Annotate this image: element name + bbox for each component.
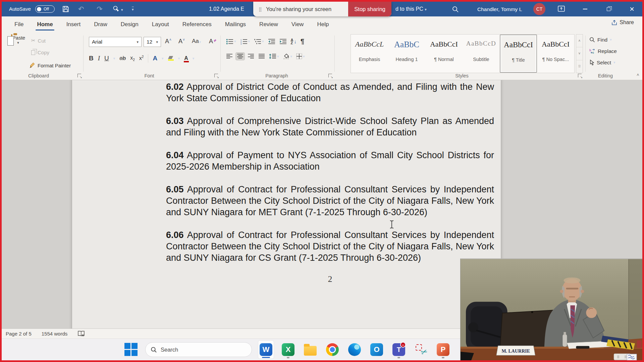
sort-button[interactable]: AZ↓ <box>290 38 298 46</box>
tab-layout[interactable]: Layout <box>145 16 176 32</box>
chevron-down-icon[interactable]: ▾ <box>121 8 123 12</box>
taskbar-search[interactable]: Search <box>145 342 252 357</box>
gallery-up-icon[interactable]: ˄ <box>576 35 583 47</box>
taskbar-snipping-tool[interactable]: ✂ <box>413 340 429 359</box>
borders-button[interactable]: ▾ <box>295 52 306 60</box>
tab-references[interactable]: References <box>176 16 218 32</box>
cut-button[interactable]: ✂ Cut <box>31 38 46 44</box>
font-name-combo[interactable]: Arial ▾ <box>89 37 142 47</box>
taskbar-chrome[interactable] <box>324 340 340 359</box>
tab-file[interactable]: File <box>8 16 30 32</box>
italic-button[interactable]: I <box>98 55 100 62</box>
align-left-button[interactable] <box>225 53 234 60</box>
touch-mouse-mode-icon[interactable] <box>112 5 119 12</box>
tab-help[interactable]: Help <box>310 16 335 32</box>
show-formatting-button[interactable]: ¶ <box>300 37 305 46</box>
shrink-font-button[interactable]: A˅ <box>178 38 185 45</box>
bold-button[interactable]: B <box>89 55 94 62</box>
font-dialog-launcher-icon[interactable] <box>214 74 218 77</box>
chevron-down-icon[interactable]: ▾ <box>113 56 115 61</box>
styles-dialog-launcher-icon[interactable] <box>578 74 582 77</box>
style-title-selected[interactable]: AaBbCcI ¶ Title <box>500 35 537 73</box>
taskbar-file-explorer[interactable] <box>302 340 318 359</box>
customize-toolbar-icon[interactable]: ▾ <box>132 7 134 12</box>
stop-sharing-button[interactable]: Stop sharing <box>348 2 391 16</box>
tab-design[interactable]: Design <box>114 16 145 32</box>
chevron-down-icon[interactable]: ▾ <box>178 56 180 61</box>
clipboard-dialog-launcher-icon[interactable] <box>77 74 81 77</box>
decrease-indent-button[interactable] <box>267 38 276 46</box>
paragraph-dialog-launcher-icon[interactable] <box>328 74 332 77</box>
tab-view[interactable]: View <box>285 16 311 32</box>
redo-icon[interactable]: ↷ <box>97 5 103 13</box>
start-button[interactable] <box>123 340 139 359</box>
bullets-button[interactable]: ▾ <box>225 38 237 46</box>
multilevel-list-button[interactable]: ▾ <box>253 38 265 46</box>
style-normal[interactable]: AaBbCcI ¶ Normal <box>425 35 463 73</box>
autosave-toggle[interactable]: Off <box>35 5 55 13</box>
taskbar-teams[interactable]: T– <box>391 340 407 359</box>
taskbar-word[interactable]: W <box>258 340 274 359</box>
styles-group-label: Styles <box>455 73 469 78</box>
font-color-button[interactable]: A <box>184 56 188 61</box>
save-icon[interactable] <box>62 5 69 13</box>
taskbar-powerpoint[interactable]: P <box>435 340 451 359</box>
select-button[interactable]: Select ▾ <box>589 58 617 67</box>
copy-button[interactable]: Copy <box>31 50 49 55</box>
change-case-button[interactable]: Aa▾ <box>192 38 201 45</box>
style-heading1[interactable]: AaBbC Heading 1 <box>388 35 425 73</box>
taskbar-excel[interactable]: X <box>280 340 296 359</box>
taskbar-outlook[interactable]: O <box>369 340 385 359</box>
share-button[interactable]: Share <box>611 19 634 25</box>
paste-button[interactable]: Paste ▾ <box>8 35 28 45</box>
tab-mailings[interactable]: Mailings <box>218 16 253 32</box>
chevron-down-icon[interactable]: ▾ <box>193 56 195 61</box>
align-center-button[interactable] <box>236 53 245 60</box>
ribbon-display-options-icon[interactable] <box>558 6 565 12</box>
tab-draw[interactable]: Draw <box>87 16 114 32</box>
undo-icon[interactable]: ↶ <box>78 5 84 13</box>
collapse-ribbon-icon[interactable]: ˄ <box>637 72 639 77</box>
proofing-errors-icon[interactable] <box>77 330 85 337</box>
tab-home[interactable]: Home <box>30 16 59 32</box>
word-count[interactable]: 1554 words <box>42 331 68 337</box>
taskbar-edge[interactable] <box>346 340 363 359</box>
style-sample: AaBbCcI <box>537 40 574 54</box>
format-painter-button[interactable]: Format Painter <box>29 62 71 68</box>
minimize-button[interactable] <box>579 5 591 13</box>
chevron-down-icon[interactable]: ▾ <box>162 56 164 61</box>
grow-font-button[interactable]: A˄ <box>165 38 171 45</box>
subscript-button[interactable]: x2 <box>130 55 135 62</box>
document-page[interactable]: 6.02 Approval of District Code of Conduc… <box>72 80 501 328</box>
tab-insert[interactable]: Insert <box>60 16 88 32</box>
highlight-color-button[interactable] <box>168 56 174 61</box>
search-icon[interactable] <box>452 6 459 13</box>
align-right-button[interactable] <box>247 53 255 60</box>
style-emphasis[interactable]: AaBbCcL Emphasis <box>351 35 388 73</box>
save-location-dropdown[interactable]: d to this PC ▾ <box>395 6 427 12</box>
line-spacing-button[interactable]: ▾ <box>268 53 280 60</box>
shading-button[interactable]: ▾ <box>282 52 293 60</box>
replace-button[interactable]: bc Replace <box>589 47 617 55</box>
avatar[interactable]: CT <box>533 3 545 15</box>
find-button[interactable]: Find ▾ <box>589 36 617 44</box>
clear-formatting-button[interactable]: A <box>209 38 217 45</box>
user-name[interactable]: Chandler, Tommy L <box>477 6 522 12</box>
underline-button[interactable]: U <box>104 55 109 62</box>
close-button[interactable]: × <box>626 5 638 13</box>
font-size-combo[interactable]: 12 ▾ <box>144 37 161 47</box>
style-no-spacing[interactable]: AaBbCcI ¶ No Spac... <box>537 35 574 73</box>
superscript-button[interactable]: x2 <box>139 55 144 61</box>
increase-indent-button[interactable] <box>278 38 288 46</box>
gallery-more-icon[interactable]: ⍗ <box>576 60 583 73</box>
text-effects-button[interactable]: A <box>153 55 157 62</box>
tab-review[interactable]: Review <box>253 16 285 32</box>
drag-handle-icon[interactable]: ⣿ <box>259 8 262 11</box>
style-subtitle[interactable]: AaBbCcD Subtitle <box>463 35 500 73</box>
restore-button[interactable] <box>603 5 614 13</box>
page-count[interactable]: Page 2 of 5 <box>6 331 32 337</box>
numbering-button[interactable]: 123 ▾ <box>239 38 251 46</box>
gallery-down-icon[interactable]: ˅ <box>576 47 583 60</box>
strikethrough-button[interactable]: ab <box>119 55 126 62</box>
justify-button[interactable] <box>257 53 266 60</box>
